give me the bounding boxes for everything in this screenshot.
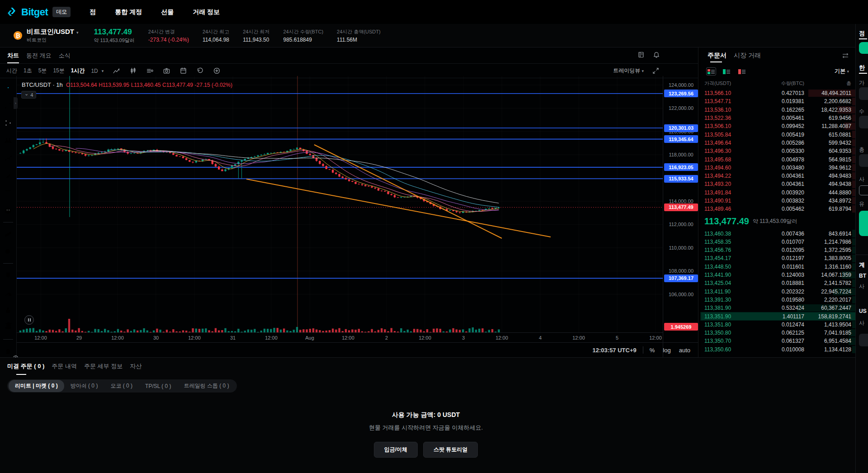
- ask-row[interactable]: 113,494.220.004361494.9483: [700, 172, 855, 180]
- bottom-tab-0[interactable]: 미결 주문 ( 0 ): [7, 362, 44, 371]
- pill-4[interactable]: 트레일링 스톱 ( 0 ): [178, 380, 236, 392]
- ask-row[interactable]: 113,494.600.003480394.9612: [700, 164, 855, 172]
- camera-icon[interactable]: [163, 67, 170, 75]
- bid-row[interactable]: 113,391.300.0195802,220.2017: [700, 296, 855, 304]
- ask-row[interactable]: 113,522.360.005461619.9456: [700, 114, 855, 122]
- zoom-in-icon[interactable]: [2, 246, 14, 258]
- lock-icon[interactable]: [2, 305, 14, 317]
- bid-row[interactable]: 113,381.900.53242460,367.2447: [700, 304, 855, 312]
- interval-5분[interactable]: 5분: [38, 67, 47, 75]
- bottom-tab-1[interactable]: 주문 내역: [52, 362, 77, 371]
- percent-scale-button[interactable]: %: [650, 347, 655, 354]
- bid-row[interactable]: 113,460.380.007436843.6914: [700, 229, 855, 237]
- book-layout-both-icon[interactable]: [707, 68, 716, 75]
- bid-row[interactable]: 113,425.040.0188812,141.5782: [700, 279, 855, 287]
- indicators-chip[interactable]: ⌄ 4: [21, 91, 36, 99]
- undo-icon[interactable]: [196, 67, 204, 75]
- calendar-icon[interactable]: [179, 67, 187, 75]
- pill-1[interactable]: 방아쇠 ( 0 ): [64, 380, 104, 392]
- deposit-transfer-button[interactable]: 입금/이체: [374, 442, 418, 458]
- forecast-icon[interactable]: [2, 152, 14, 164]
- ticker-bar: ₿ 비트코인/USDT▾ 비트코인 113,477.49 약 113,453.0…: [0, 24, 855, 47]
- bid-row[interactable]: 113,456.760.0120951,372.2595: [700, 246, 855, 254]
- bid-row[interactable]: 113,351.800.0124741,413.9504: [700, 321, 855, 329]
- fullscreen-icon[interactable]: [652, 67, 659, 74]
- ask-row[interactable]: 113,495.680.004978564.9815: [700, 155, 855, 163]
- pair-selector[interactable]: 비트코인/USDT▾ 비트코인: [27, 28, 79, 43]
- ask-row[interactable]: 113,547.710.0193812,200.6682: [700, 97, 855, 105]
- interval-15분[interactable]: 15분: [53, 67, 64, 75]
- ask-row[interactable]: 113,496.300.005330604.9353: [700, 147, 855, 155]
- ask-row[interactable]: 113,536.100.16226518,422.9353: [700, 106, 855, 114]
- interval-1초[interactable]: 1초: [24, 67, 32, 75]
- ask-row[interactable]: 113,489.460.005462619.8794: [700, 205, 855, 213]
- tab-orderbook[interactable]: 주문서: [708, 52, 726, 60]
- ask-row[interactable]: 113,506.100.09945211,288.4087: [700, 122, 855, 130]
- ask-row[interactable]: 113,566.100.42701348,494.2011: [700, 89, 855, 97]
- bid-row[interactable]: 113,458.350.0107071,214.7986: [700, 238, 855, 246]
- nav-item-2[interactable]: 선물: [161, 8, 174, 16]
- interval-1D[interactable]: 1D: [91, 68, 98, 74]
- bid-row[interactable]: 113,350.700.0613276,951.4584: [700, 337, 855, 345]
- nav-item-0[interactable]: 점: [90, 8, 96, 16]
- price-axis[interactable]: 124,000.00122,000.00120,000.00118,000.00…: [663, 76, 698, 357]
- nav-menu: 점통합 계정선물거래 정보: [71, 8, 220, 16]
- auto-scale-button[interactable]: auto: [679, 347, 690, 354]
- bid-row[interactable]: 113,351.901.401117158,819.2741: [700, 312, 855, 320]
- ask-row[interactable]: 113,491.840.003920444.8880: [700, 189, 855, 197]
- pill-2[interactable]: 오코 ( 0 ): [104, 380, 139, 392]
- brush-icon[interactable]: [2, 170, 14, 181]
- measure-ruler-icon[interactable]: [2, 228, 14, 240]
- bitget-logo[interactable]: Bitget: [6, 6, 48, 18]
- book-layout-asks-icon[interactable]: [737, 68, 746, 75]
- nav-item-1[interactable]: 통합 계정: [115, 8, 142, 16]
- ask-row[interactable]: 113,496.640.005286599.9432: [700, 139, 855, 147]
- spot-tutorial-button[interactable]: 스팟 튜토리얼: [423, 442, 478, 458]
- interval-1시간[interactable]: 1시간: [71, 67, 85, 75]
- drawing-lock-icon[interactable]: [2, 287, 14, 299]
- trend-line-icon[interactable]: [2, 99, 14, 111]
- add-circle-icon[interactable]: [213, 67, 221, 75]
- nav-item-3[interactable]: 거래 정보: [193, 8, 220, 16]
- tradingview-dropdown[interactable]: 트레이딩뷰 ▾: [613, 67, 644, 75]
- bottom-tab-3[interactable]: 자산: [130, 362, 142, 371]
- pill-3[interactable]: TP/SL ( 0 ): [139, 381, 178, 392]
- time-axis[interactable]: 12:002912:003012:003112:00Aug12:00212:00…: [17, 332, 663, 342]
- bid-row[interactable]: 113,411.900.20232222,945.7224: [700, 288, 855, 296]
- chart-canvas[interactable]: [17, 76, 663, 332]
- chart-tab-2[interactable]: 소식: [59, 52, 71, 60]
- chevron-down-icon[interactable]: ▾: [102, 69, 104, 73]
- pill-0[interactable]: 리미트 | 마켓 ( 0 ): [9, 380, 64, 392]
- bid-row[interactable]: 113,454.170.0121971,383.8005: [700, 254, 855, 262]
- chart-style-icon[interactable]: [129, 67, 137, 75]
- precision-dropdown[interactable]: 기본 ▾: [835, 67, 849, 75]
- orderbook-settings-icon[interactable]: [842, 52, 849, 59]
- book-layout-bids-icon[interactable]: [722, 68, 731, 75]
- magnet-icon[interactable]: [2, 270, 14, 281]
- interval-시간[interactable]: 시간: [6, 67, 17, 75]
- crosshair-icon[interactable]: [2, 82, 14, 94]
- display-settings-icon[interactable]: [146, 67, 154, 75]
- bottom-tab-2[interactable]: 주문 세부 정보: [84, 362, 123, 371]
- alert-bell-icon[interactable]: [653, 51, 660, 58]
- journal-icon[interactable]: [637, 51, 645, 58]
- indicators-icon[interactable]: [113, 67, 120, 75]
- ask-row[interactable]: 113,490.910.003832434.8972: [700, 197, 855, 205]
- chart-tab-1[interactable]: 동전 개요: [26, 52, 52, 60]
- xabcd-pattern-icon[interactable]: [2, 135, 14, 147]
- text-tool-icon[interactable]: [2, 187, 14, 199]
- chart-tab-0[interactable]: 차트: [7, 52, 19, 63]
- ask-row[interactable]: 113,505.840.005419615.0881: [700, 130, 855, 138]
- bid-row[interactable]: 113,350.800.0621257,041.9185: [700, 329, 855, 337]
- fib-lines-icon[interactable]: [2, 117, 14, 129]
- pane-pause-button[interactable]: [24, 315, 34, 325]
- bid-row[interactable]: 113,441.900.12400314,067.1359: [700, 271, 855, 279]
- bid-row[interactable]: 113,350.600.0100081,134.4128: [700, 345, 855, 354]
- tab-market-trades[interactable]: 시장 거래: [734, 52, 761, 60]
- object-tree-icon[interactable]: [3, 319, 14, 331]
- bid-row[interactable]: 113,448.500.0116011,316.1160: [700, 263, 855, 271]
- emoji-icon[interactable]: [2, 205, 14, 217]
- log-scale-button[interactable]: log: [663, 347, 670, 354]
- orderbook-mid[interactable]: 113,477.49 약 113,453.09달러: [700, 213, 855, 229]
- ask-row[interactable]: 113,493.200.004361494.9438: [700, 180, 855, 188]
